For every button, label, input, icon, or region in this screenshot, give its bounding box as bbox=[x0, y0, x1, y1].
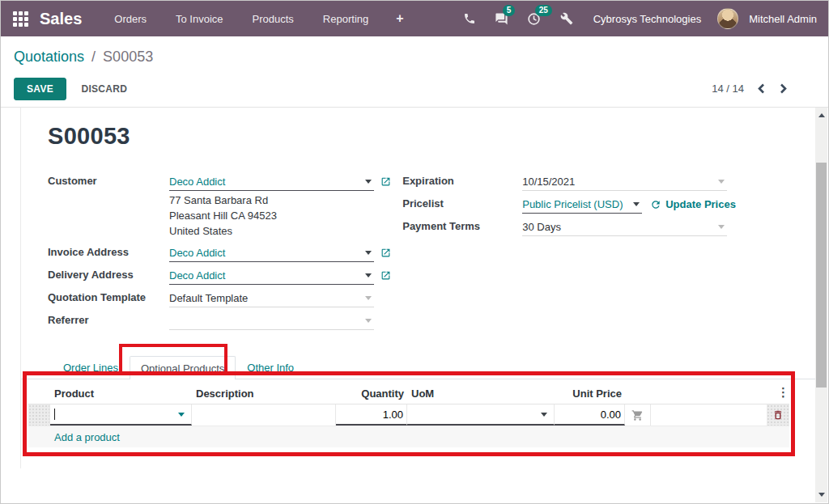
control-panel: Quotations / S00053 SAVE DISCARD 14 / 14 bbox=[1, 36, 828, 108]
description-input[interactable] bbox=[192, 404, 336, 426]
customer-address: 77 Santa Barbara Rd Pleasant Hill CA 945… bbox=[169, 193, 391, 239]
pager: 14 / 14 bbox=[712, 82, 789, 95]
quantity-input[interactable]: 1.00 bbox=[336, 404, 407, 426]
top-navbar: Sales Orders To Invoice Products Reporti… bbox=[1, 1, 828, 36]
payment-terms-label: Payment Terms bbox=[402, 218, 522, 232]
column-header-uom[interactable]: UoM bbox=[407, 388, 555, 400]
main-menu: Orders To Invoice Products Reporting + bbox=[103, 8, 413, 30]
chevron-down-icon[interactable] bbox=[365, 273, 372, 277]
chevron-down-icon[interactable] bbox=[541, 413, 547, 417]
chevron-down-icon[interactable] bbox=[718, 225, 725, 229]
payment-terms-value: 30 Days bbox=[522, 221, 561, 233]
nav-item-plus[interactable]: + bbox=[386, 8, 413, 29]
nav-item-orders[interactable]: Orders bbox=[103, 8, 158, 30]
referrer-label: Referrer bbox=[48, 311, 169, 326]
record-title: S00053 bbox=[48, 121, 815, 150]
invoice-address-label: Invoice Address bbox=[48, 244, 169, 258]
table-header-row: Product Description Quantity UoM Unit Pr… bbox=[28, 383, 789, 404]
messages-icon[interactable]: 5 bbox=[488, 6, 516, 31]
activities-badge: 25 bbox=[535, 5, 552, 16]
expiration-label: Expiration bbox=[402, 172, 522, 187]
quotation-template-label: Quotation Template bbox=[48, 289, 169, 303]
add-to-cart-icon[interactable] bbox=[625, 404, 651, 426]
column-header-description[interactable]: Description bbox=[192, 388, 336, 400]
chevron-down-icon[interactable] bbox=[178, 413, 185, 417]
quotation-template-value: Default Template bbox=[169, 292, 248, 304]
add-a-product-link[interactable]: Add a product bbox=[54, 431, 120, 443]
expiration-value: 10/15/2021 bbox=[522, 176, 575, 188]
delivery-address-field[interactable]: Deco Addict bbox=[169, 266, 374, 285]
delivery-address-value[interactable]: Deco Addict bbox=[169, 269, 225, 282]
scroll-up-icon[interactable] bbox=[815, 109, 827, 121]
save-button[interactable]: SAVE bbox=[14, 78, 66, 100]
pricelist-label: Pricelist bbox=[402, 195, 522, 210]
messages-badge: 5 bbox=[503, 5, 516, 16]
nav-item-to-invoice[interactable]: To Invoice bbox=[164, 8, 235, 30]
column-header-unit-price[interactable]: Unit Price bbox=[555, 388, 625, 400]
customer-label: Customer bbox=[48, 172, 169, 187]
customer-value[interactable]: Deco Addict bbox=[169, 176, 225, 188]
odoo-window: Sales Orders To Invoice Products Reporti… bbox=[0, 0, 829, 504]
form-sheet: S00053 Customer Deco Addict bbox=[20, 108, 815, 468]
chevron-down-icon[interactable] bbox=[365, 319, 372, 323]
breadcrumb-current: S00053 bbox=[103, 49, 153, 65]
tab-order-lines[interactable]: Order Lines bbox=[52, 355, 130, 379]
discard-button[interactable]: DISCARD bbox=[81, 83, 127, 95]
breadcrumb-separator: / bbox=[91, 49, 96, 65]
pager-count: 14 / 14 bbox=[712, 83, 744, 95]
table-row: 1.00 0.00 bbox=[28, 404, 789, 426]
text-cursor bbox=[54, 409, 55, 420]
user-avatar[interactable] bbox=[717, 8, 738, 29]
referrer-field[interactable] bbox=[169, 311, 374, 330]
customer-field[interactable]: Deco Addict bbox=[169, 172, 374, 191]
pager-next-icon[interactable] bbox=[778, 82, 789, 95]
optional-columns-icon[interactable]: ⋮ bbox=[777, 384, 789, 400]
breadcrumb: Quotations / S00053 bbox=[14, 46, 815, 67]
activities-icon[interactable]: 25 bbox=[521, 6, 548, 31]
quotation-template-field[interactable]: Default Template bbox=[169, 289, 374, 307]
external-link-icon[interactable] bbox=[380, 248, 391, 258]
user-menu[interactable]: Mitchell Admin bbox=[749, 13, 817, 25]
chevron-down-icon[interactable] bbox=[365, 180, 372, 184]
breadcrumb-quotations[interactable]: Quotations bbox=[14, 49, 84, 65]
nav-item-products[interactable]: Products bbox=[241, 8, 305, 30]
apps-menu-icon[interactable] bbox=[9, 7, 32, 30]
invoice-address-value[interactable]: Deco Addict bbox=[169, 247, 225, 259]
vertical-scrollbar[interactable] bbox=[815, 108, 827, 502]
chevron-down-icon[interactable] bbox=[718, 180, 725, 184]
expiration-field[interactable]: 10/15/2021 bbox=[522, 172, 727, 191]
nav-item-reporting[interactable]: Reporting bbox=[312, 8, 380, 30]
tab-optional-products[interactable]: Optional Products bbox=[130, 356, 236, 379]
external-link-icon[interactable] bbox=[380, 176, 391, 187]
payment-terms-field[interactable]: 30 Days bbox=[522, 218, 727, 236]
pricelist-field[interactable]: Public Pricelist (USD) bbox=[522, 195, 642, 214]
add-line-row: Add a product bbox=[28, 426, 789, 447]
chevron-down-icon[interactable] bbox=[365, 296, 372, 300]
row-handle[interactable] bbox=[28, 404, 50, 426]
refresh-icon[interactable] bbox=[650, 199, 661, 210]
unit-price-input[interactable]: 0.00 bbox=[555, 404, 625, 426]
pager-prev-icon[interactable] bbox=[755, 82, 767, 95]
uom-input[interactable] bbox=[407, 404, 555, 426]
optional-products-table: Product Description Quantity UoM Unit Pr… bbox=[28, 383, 789, 447]
chevron-down-icon[interactable] bbox=[365, 251, 372, 255]
tab-other-info[interactable]: Other Info bbox=[236, 355, 305, 379]
form-grid: Customer Deco Addict 77 Sa bbox=[21, 172, 815, 334]
chevron-down-icon[interactable] bbox=[633, 202, 640, 206]
column-header-product[interactable]: Product bbox=[50, 388, 192, 400]
product-input[interactable] bbox=[50, 404, 192, 426]
update-prices-button[interactable]: Update Prices bbox=[665, 198, 736, 210]
phone-icon[interactable] bbox=[456, 6, 483, 31]
company-switcher[interactable]: Cybrosys Technologies bbox=[593, 13, 701, 25]
notebook-tabs: Order Lines Optional Products Other Info bbox=[21, 355, 815, 379]
scrollbar-thumb[interactable] bbox=[816, 163, 827, 388]
tools-icon[interactable] bbox=[553, 6, 580, 31]
delete-row-icon[interactable] bbox=[767, 404, 789, 426]
app-name[interactable]: Sales bbox=[40, 10, 82, 28]
scroll-down-icon[interactable] bbox=[815, 489, 827, 501]
delivery-address-label: Delivery Address bbox=[48, 266, 169, 281]
external-link-icon[interactable] bbox=[380, 270, 391, 281]
column-header-quantity[interactable]: Quantity bbox=[336, 388, 407, 400]
pricelist-value[interactable]: Public Pricelist (USD) bbox=[522, 198, 623, 210]
invoice-address-field[interactable]: Deco Addict bbox=[169, 244, 374, 262]
